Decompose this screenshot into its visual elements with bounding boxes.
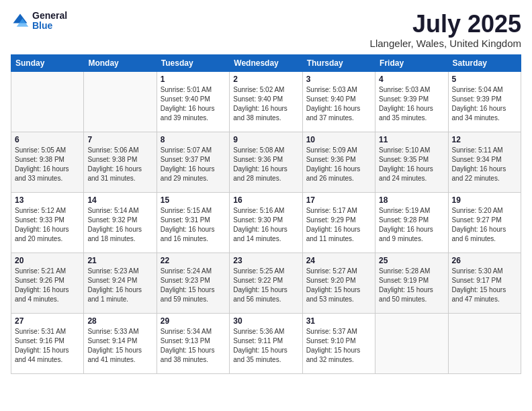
day-info: Sunrise: 5:10 AM Sunset: 9:35 PM Dayligh… <box>379 146 444 183</box>
calendar-week-row: 27Sunrise: 5:31 AM Sunset: 9:16 PM Dayli… <box>11 313 521 373</box>
day-number: 18 <box>379 195 444 205</box>
day-number: 6 <box>15 135 80 144</box>
day-number: 7 <box>87 135 152 144</box>
day-info: Sunrise: 5:28 AM Sunset: 9:19 PM Dayligh… <box>379 267 444 304</box>
day-number: 3 <box>306 75 371 84</box>
day-info: Sunrise: 5:06 AM Sunset: 9:38 PM Dayligh… <box>87 146 152 183</box>
day-info: Sunrise: 5:24 AM Sunset: 9:23 PM Dayligh… <box>161 267 226 304</box>
calendar-cell <box>375 313 448 373</box>
calendar-cell: 29Sunrise: 5:34 AM Sunset: 9:13 PM Dayli… <box>157 313 229 373</box>
day-info: Sunrise: 5:01 AM Sunset: 9:40 PM Dayligh… <box>161 85 226 123</box>
day-number: 25 <box>379 256 444 265</box>
calendar-table: SundayMondayTuesdayWednesdayThursdayFrid… <box>11 54 521 374</box>
calendar-cell: 4Sunrise: 5:03 AM Sunset: 9:39 PM Daylig… <box>375 71 448 132</box>
logo: General Blue <box>11 11 67 32</box>
calendar-cell: 18Sunrise: 5:19 AM Sunset: 9:28 PM Dayli… <box>375 192 448 253</box>
calendar-cell: 15Sunrise: 5:15 AM Sunset: 9:31 PM Dayli… <box>157 192 229 253</box>
day-number: 8 <box>161 135 226 144</box>
calendar-cell: 6Sunrise: 5:05 AM Sunset: 9:38 PM Daylig… <box>11 132 84 192</box>
day-info: Sunrise: 5:36 AM Sunset: 9:11 PM Dayligh… <box>233 327 298 365</box>
calendar-week-row: 6Sunrise: 5:05 AM Sunset: 9:38 PM Daylig… <box>11 132 521 192</box>
day-number: 5 <box>452 75 517 84</box>
day-info: Sunrise: 5:03 AM Sunset: 9:39 PM Dayligh… <box>379 85 444 123</box>
logo-icon <box>11 11 30 30</box>
day-info: Sunrise: 5:34 AM Sunset: 9:13 PM Dayligh… <box>161 327 226 365</box>
day-number: 2 <box>233 75 298 84</box>
day-number: 13 <box>15 195 80 205</box>
day-number: 21 <box>87 256 152 265</box>
day-info: Sunrise: 5:20 AM Sunset: 9:27 PM Dayligh… <box>452 206 517 244</box>
day-number: 29 <box>161 316 226 326</box>
calendar-cell: 8Sunrise: 5:07 AM Sunset: 9:37 PM Daylig… <box>157 132 229 192</box>
day-info: Sunrise: 5:09 AM Sunset: 9:36 PM Dayligh… <box>306 146 371 183</box>
calendar-cell: 16Sunrise: 5:16 AM Sunset: 9:30 PM Dayli… <box>230 192 302 253</box>
day-info: Sunrise: 5:23 AM Sunset: 9:24 PM Dayligh… <box>87 267 152 304</box>
calendar-cell <box>84 71 157 132</box>
calendar-cell: 10Sunrise: 5:09 AM Sunset: 9:36 PM Dayli… <box>302 132 375 192</box>
weekday-header-row: SundayMondayTuesdayWednesdayThursdayFrid… <box>11 54 521 71</box>
day-info: Sunrise: 5:31 AM Sunset: 9:16 PM Dayligh… <box>15 327 80 365</box>
calendar-cell: 3Sunrise: 5:03 AM Sunset: 9:40 PM Daylig… <box>302 71 375 132</box>
day-info: Sunrise: 5:37 AM Sunset: 9:10 PM Dayligh… <box>306 327 371 365</box>
calendar-week-row: 13Sunrise: 5:12 AM Sunset: 9:33 PM Dayli… <box>11 192 521 253</box>
calendar-cell: 22Sunrise: 5:24 AM Sunset: 9:23 PM Dayli… <box>157 253 229 313</box>
day-number: 31 <box>306 316 371 326</box>
calendar-cell: 13Sunrise: 5:12 AM Sunset: 9:33 PM Dayli… <box>11 192 84 253</box>
day-number: 10 <box>306 135 371 144</box>
day-info: Sunrise: 5:11 AM Sunset: 9:34 PM Dayligh… <box>452 146 517 183</box>
calendar-cell: 26Sunrise: 5:30 AM Sunset: 9:17 PM Dayli… <box>448 253 521 313</box>
weekday-header: Thursday <box>302 54 375 71</box>
day-number: 17 <box>306 195 371 205</box>
day-number: 4 <box>379 75 444 84</box>
calendar-cell: 19Sunrise: 5:20 AM Sunset: 9:27 PM Dayli… <box>448 192 521 253</box>
day-info: Sunrise: 5:19 AM Sunset: 9:28 PM Dayligh… <box>379 206 444 244</box>
title-block: July 2025 Llangeler, Wales, United Kingd… <box>370 11 521 49</box>
day-info: Sunrise: 5:15 AM Sunset: 9:31 PM Dayligh… <box>161 206 226 244</box>
page-header: General Blue July 2025 Llangeler, Wales,… <box>11 11 521 49</box>
day-info: Sunrise: 5:33 AM Sunset: 9:14 PM Dayligh… <box>87 327 152 365</box>
day-number: 30 <box>233 316 298 326</box>
calendar-cell: 20Sunrise: 5:21 AM Sunset: 9:26 PM Dayli… <box>11 253 84 313</box>
calendar-cell: 14Sunrise: 5:14 AM Sunset: 9:32 PM Dayli… <box>84 192 157 253</box>
calendar-cell: 17Sunrise: 5:17 AM Sunset: 9:29 PM Dayli… <box>302 192 375 253</box>
day-number: 11 <box>379 135 444 144</box>
day-number: 22 <box>161 256 226 265</box>
weekday-header: Sunday <box>11 54 84 71</box>
day-info: Sunrise: 5:12 AM Sunset: 9:33 PM Dayligh… <box>15 206 80 244</box>
day-number: 9 <box>233 135 298 144</box>
day-info: Sunrise: 5:30 AM Sunset: 9:17 PM Dayligh… <box>452 267 517 304</box>
day-info: Sunrise: 5:03 AM Sunset: 9:40 PM Dayligh… <box>306 85 371 123</box>
weekday-header: Wednesday <box>230 54 302 71</box>
calendar-cell: 1Sunrise: 5:01 AM Sunset: 9:40 PM Daylig… <box>157 71 229 132</box>
weekday-header: Tuesday <box>157 54 229 71</box>
day-info: Sunrise: 5:14 AM Sunset: 9:32 PM Dayligh… <box>87 206 152 244</box>
day-info: Sunrise: 5:25 AM Sunset: 9:22 PM Dayligh… <box>233 267 298 304</box>
calendar-cell: 31Sunrise: 5:37 AM Sunset: 9:10 PM Dayli… <box>302 313 375 373</box>
weekday-header: Friday <box>375 54 448 71</box>
day-number: 14 <box>87 195 152 205</box>
calendar-cell <box>11 71 84 132</box>
day-info: Sunrise: 5:05 AM Sunset: 9:38 PM Dayligh… <box>15 146 80 183</box>
calendar-cell: 12Sunrise: 5:11 AM Sunset: 9:34 PM Dayli… <box>448 132 521 192</box>
logo-blue: Blue <box>32 21 67 31</box>
day-number: 15 <box>161 195 226 205</box>
day-number: 24 <box>306 256 371 265</box>
day-info: Sunrise: 5:02 AM Sunset: 9:40 PM Dayligh… <box>233 85 298 123</box>
month-year: July 2025 <box>370 11 521 38</box>
calendar-cell: 7Sunrise: 5:06 AM Sunset: 9:38 PM Daylig… <box>84 132 157 192</box>
day-number: 12 <box>452 135 517 144</box>
logo-text: General Blue <box>32 11 67 32</box>
calendar-cell: 21Sunrise: 5:23 AM Sunset: 9:24 PM Dayli… <box>84 253 157 313</box>
calendar-cell: 27Sunrise: 5:31 AM Sunset: 9:16 PM Dayli… <box>11 313 84 373</box>
day-info: Sunrise: 5:07 AM Sunset: 9:37 PM Dayligh… <box>161 146 226 183</box>
calendar-cell <box>448 313 521 373</box>
calendar-cell: 11Sunrise: 5:10 AM Sunset: 9:35 PM Dayli… <box>375 132 448 192</box>
day-number: 19 <box>452 195 517 205</box>
calendar-cell: 9Sunrise: 5:08 AM Sunset: 9:36 PM Daylig… <box>230 132 302 192</box>
day-number: 27 <box>15 316 80 326</box>
day-info: Sunrise: 5:16 AM Sunset: 9:30 PM Dayligh… <box>233 206 298 244</box>
location: Llangeler, Wales, United Kingdom <box>370 38 521 49</box>
day-info: Sunrise: 5:17 AM Sunset: 9:29 PM Dayligh… <box>306 206 371 244</box>
calendar-cell: 28Sunrise: 5:33 AM Sunset: 9:14 PM Dayli… <box>84 313 157 373</box>
calendar-week-row: 20Sunrise: 5:21 AM Sunset: 9:26 PM Dayli… <box>11 253 521 313</box>
